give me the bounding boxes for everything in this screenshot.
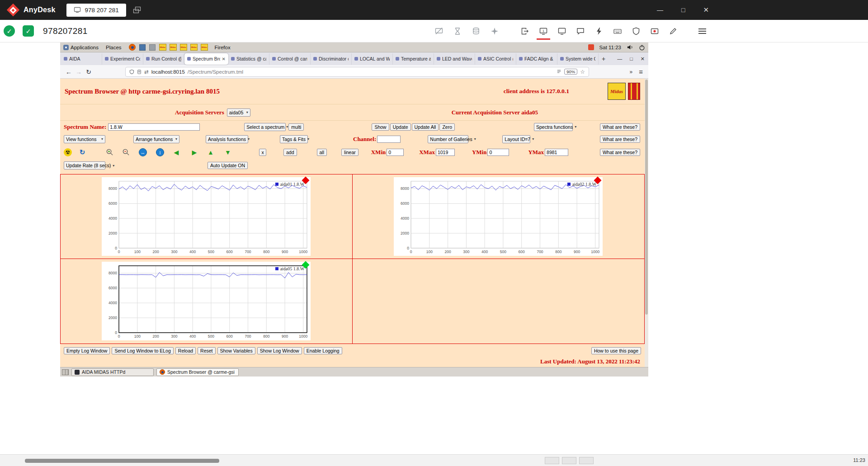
firefox-maximize-button[interactable]: □ <box>630 56 633 61</box>
record-session-icon[interactable] <box>650 26 660 36</box>
page-info-icon[interactable] <box>137 69 142 75</box>
radiation-icon[interactable]: ☢ <box>64 148 72 156</box>
actions-icon[interactable] <box>594 26 604 36</box>
midas-launcher-icon[interactable]: Midas <box>170 44 177 51</box>
show-log-window-button[interactable]: Show Log Window <box>257 347 302 354</box>
zero-button[interactable]: Zero <box>439 123 455 131</box>
shift-right-icon[interactable]: ▶ <box>190 148 198 156</box>
show-button[interactable]: Show <box>372 123 389 131</box>
reload-page-button[interactable]: Reload <box>175 347 196 354</box>
browser-tab[interactable]: FADC Align & Co <box>516 53 557 65</box>
show-variables-button[interactable]: Show Variables <box>217 347 255 354</box>
session-duration-icon[interactable] <box>453 26 462 36</box>
browser-tab[interactable]: LED and Wavefor <box>434 53 475 65</box>
what-are-these-button[interactable]: What are these? <box>600 149 640 156</box>
midas-launcher-icon[interactable]: Midas <box>159 44 166 51</box>
browser-tab[interactable]: ASIC Control @ c <box>475 53 516 65</box>
channel-input[interactable] <box>377 136 401 143</box>
reader-mode-icon[interactable] <box>557 69 561 74</box>
overflow-menu-icon[interactable]: » <box>630 69 633 75</box>
what-are-these-button[interactable]: What are these? <box>600 123 640 131</box>
analysis-functions-dropdown[interactable]: Analysis functions <box>206 135 248 143</box>
spectrum-chart-aida01[interactable]: aida01 1.8.W 020004000600080000100200300… <box>102 177 311 256</box>
galleries-dropdown[interactable]: Number of Galleries <box>428 135 468 143</box>
xmin-input[interactable] <box>387 149 404 156</box>
browser-tab[interactable]: Discriminator con <box>311 53 352 65</box>
keyboard-settings-icon[interactable] <box>613 26 623 36</box>
session-address-tab[interactable]: 978 207 281 <box>66 4 126 17</box>
tracking-protection-icon[interactable] <box>129 69 134 75</box>
notification-icon[interactable] <box>588 44 594 50</box>
maximize-button[interactable]: □ <box>681 6 685 14</box>
horizontal-scrollbar-thumb[interactable] <box>25 459 219 463</box>
how-to-use-button[interactable]: How to use this page <box>591 347 641 354</box>
multi-button[interactable]: multi <box>288 123 304 131</box>
zoom-in-icon[interactable] <box>105 148 113 156</box>
browser-tab[interactable]: Experiment Contr <box>102 53 143 65</box>
back-button[interactable]: ← <box>64 68 74 75</box>
firefox-close-button[interactable]: ✕ <box>641 56 645 62</box>
monitor-1-icon[interactable]: 1 <box>538 26 548 36</box>
monitor-2-icon[interactable] <box>557 26 567 36</box>
taskbar-window-httpd[interactable]: AIDA MIDAS HTTPd <box>71 368 154 376</box>
browser-tab[interactable]: AIDA <box>61 53 102 65</box>
refresh-icon[interactable]: ↻ <box>78 148 86 156</box>
spectrum-chart-aida05[interactable]: aida05 1.8.W 020004000600080000100200300… <box>102 262 311 340</box>
shift-down-icon[interactable]: ▼ <box>224 148 232 156</box>
browser-tab-active[interactable]: Spectrum Brow✕ <box>184 53 228 65</box>
disconnect-icon[interactable] <box>520 26 530 36</box>
chat-icon[interactable] <box>576 26 585 36</box>
midas-launcher-icon[interactable]: Midas <box>180 44 187 51</box>
page-scrollbar[interactable] <box>645 79 648 367</box>
browser-tab[interactable]: Run Control @ ca <box>143 53 184 65</box>
browser-tab[interactable]: Temperature and <box>393 53 434 65</box>
reload-button[interactable]: ↻ <box>84 68 94 75</box>
view-functions-dropdown[interactable]: View functions <box>64 135 105 143</box>
forward-button[interactable]: → <box>74 68 84 75</box>
layout-id-dropdown[interactable]: Layout ID=7 <box>502 135 530 143</box>
update-button[interactable]: Update <box>390 123 411 131</box>
volume-icon[interactable] <box>627 44 633 51</box>
xmax-input[interactable] <box>436 149 455 156</box>
all-button[interactable]: all <box>317 149 327 156</box>
spectra-functions-dropdown[interactable]: Spectra functions <box>534 123 573 131</box>
menu-icon[interactable] <box>698 28 706 34</box>
browser-tab[interactable]: LOCAL and Wave <box>352 53 393 65</box>
files-launcher-icon[interactable] <box>139 44 146 51</box>
spectrum-chart-aida02[interactable]: aida02 1.8.W 020004000600080000100200300… <box>394 177 603 256</box>
tab-close-icon[interactable]: ✕ <box>222 56 226 61</box>
update-all-button[interactable]: Update All <box>412 123 439 131</box>
expand-y-icon[interactable]: ↕ <box>156 148 164 156</box>
expand-x-icon[interactable]: ↔ <box>139 148 147 156</box>
connection-info-icon[interactable] <box>471 26 481 36</box>
what-are-these-button[interactable]: What are these? <box>600 136 640 143</box>
update-rate-dropdown[interactable]: Update Rate (8 secs) <box>64 161 105 169</box>
x-button[interactable]: x <box>259 149 266 156</box>
browser-tab[interactable]: Control @ carme <box>269 53 311 65</box>
permissions-icon[interactable] <box>631 26 641 36</box>
terminal-launcher-icon[interactable] <box>149 44 156 51</box>
minimize-button[interactable]: — <box>657 6 663 14</box>
shift-up-icon[interactable]: ▲ <box>207 148 215 156</box>
spectrum-name-input[interactable] <box>108 123 200 131</box>
reset-button[interactable]: Reset <box>198 347 215 354</box>
empty-log-button[interactable]: Empty Log Window <box>64 347 110 354</box>
browser-tab[interactable]: System wide Che <box>557 53 599 65</box>
shift-left-icon[interactable]: ◀ <box>172 148 180 156</box>
url-bar[interactable]: ⇄ localhost:8015/Spectrum/Spectrum.tml 9… <box>125 67 589 77</box>
close-button[interactable]: ✕ <box>703 6 709 14</box>
shutdown-icon[interactable] <box>639 44 645 51</box>
places-menu[interactable]: Places <box>106 45 122 50</box>
browser-tab[interactable]: Statistics @ carm <box>228 53 269 65</box>
enable-logging-button[interactable]: Enable Logging <box>304 347 342 354</box>
new-session-tab-icon[interactable] <box>132 6 142 14</box>
send-log-elog-button[interactable]: Send Log Window to ELog <box>112 347 173 354</box>
ymin-input[interactable] <box>487 149 509 156</box>
firefox-menu-icon[interactable]: ≡ <box>639 68 643 75</box>
zoom-out-icon[interactable] <box>122 148 130 156</box>
zoom-level-badge[interactable]: 90% <box>564 69 577 75</box>
applications-menu[interactable]: Applications <box>63 45 99 50</box>
workspace-switcher[interactable] <box>62 369 69 375</box>
new-tab-button[interactable]: + <box>599 55 609 62</box>
auto-update-button[interactable]: Auto Update ON <box>208 162 248 169</box>
